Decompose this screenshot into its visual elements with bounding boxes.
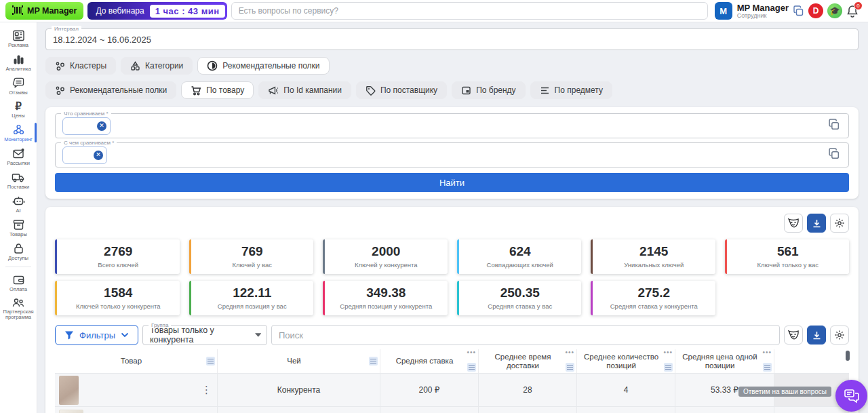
column-menu-icon[interactable]: [763, 363, 772, 372]
sidebar-item-postavki[interactable]: Поставки: [0, 168, 37, 192]
clear-icon[interactable]: ✕: [94, 151, 103, 160]
download-button[interactable]: [807, 326, 826, 345]
help-search-input[interactable]: [231, 2, 708, 20]
copy-icon[interactable]: [828, 119, 840, 134]
settings-button[interactable]: [830, 326, 849, 345]
compare-what-label: Что сравниваем *: [61, 111, 111, 117]
product-cell[interactable]: ⋮: [55, 373, 218, 406]
table-body: ⋮ Конкурента 200 ₽ 28 4 53.33 ₽ ⋮ Конкур: [55, 373, 849, 413]
app-logo[interactable]: MP Manager: [5, 2, 83, 20]
sidebar: Реклама Аналитика Отзывы ₽ Цены Монитори…: [0, 22, 37, 413]
sidebar-item-monitoring[interactable]: Мониторинг: [0, 121, 37, 144]
webinar-banner[interactable]: До вебинара 1 час : 43 мин: [87, 2, 226, 20]
table-search-input[interactable]: [271, 325, 780, 345]
group-value: Товары только у конкурента: [150, 326, 255, 345]
copy-icon[interactable]: [793, 5, 804, 17]
sidebar-item-reklama[interactable]: Реклама: [0, 26, 37, 50]
product-image[interactable]: [59, 376, 79, 405]
sidebar-item-otzyvy[interactable]: Отзывы: [0, 74, 37, 98]
column-more-icon[interactable]: •••: [762, 351, 772, 355]
avg-delivery-cell: 25: [479, 406, 577, 413]
review-chat-icon: [12, 77, 25, 90]
stat-total-keys: 2769 Всего ключей: [55, 239, 180, 274]
notifications-button[interactable]: 0: [846, 5, 859, 18]
group-select[interactable]: Группа Товары только у конкурента: [142, 325, 267, 345]
settings-button[interactable]: [830, 214, 849, 233]
product-cell[interactable]: ⋮: [55, 406, 218, 413]
bar-chart-icon: [12, 53, 25, 66]
col-header-chey[interactable]: Чей: [218, 349, 380, 373]
column-more-icon[interactable]: •••: [467, 351, 476, 355]
stats-row-1: 2769 Всего ключей 769 Ключей у вас 2000 …: [55, 239, 849, 274]
kebab-menu-icon[interactable]: ⋮: [201, 386, 212, 394]
compare-what-field[interactable]: Что сравниваем * ✕: [55, 113, 849, 138]
stat-avg-position-you: 122.11 Средняя позиция у вас: [189, 281, 314, 315]
shelves-icon: [207, 60, 218, 71]
top-bar: MP Manager До вебинара 1 час : 43 мин M …: [0, 0, 868, 22]
owner-cell: Конкурента: [218, 373, 380, 406]
sidebar-item-tovary[interactable]: Товары: [0, 216, 37, 239]
sidebar-item-dostupy[interactable]: Доступы: [0, 239, 37, 263]
sidebar-item-tseny[interactable]: ₽ Цены: [0, 98, 37, 121]
avatar[interactable]: M: [715, 2, 732, 20]
table-row[interactable]: ⋮ Конкурента 200 ₽ 28 4 53.33 ₽: [55, 373, 849, 406]
column-menu-icon[interactable]: [566, 363, 574, 372]
tab-klastery[interactable]: Кластеры: [45, 57, 116, 75]
sidebar-item-analitika[interactable]: Аналитика: [0, 50, 37, 74]
col-header-avg-delivery[interactable]: Среднее время доставки •••: [479, 349, 577, 373]
column-menu-icon[interactable]: [467, 363, 476, 372]
column-more-icon[interactable]: •••: [663, 351, 673, 355]
robot-icon: [12, 195, 25, 208]
chat-button[interactable]: [835, 380, 867, 412]
column-menu-icon[interactable]: [664, 363, 673, 372]
col-header-avg-price[interactable]: Средняя цена одной позиции •••: [675, 349, 774, 373]
account-block[interactable]: M MP Manager Сотрудник: [715, 2, 789, 20]
tab2-po-postavshchiku[interactable]: По поставщику: [356, 81, 447, 99]
interval-value[interactable]: 18.12.2024 ~ 16.06.2025: [46, 29, 858, 50]
education-icon[interactable]: 🎓: [827, 3, 842, 18]
anonymize-button[interactable]: [784, 214, 803, 233]
filters-button[interactable]: Фильтры: [55, 325, 138, 345]
table-scrollbar[interactable]: [846, 351, 850, 361]
col-header-avg-positions[interactable]: Среднее количество позиций •••: [577, 349, 675, 373]
column-menu-icon[interactable]: [206, 357, 215, 366]
tab2-rekomendatelnye-polki[interactable]: Рекомендательные полки: [45, 81, 176, 99]
sidebar-item-ai[interactable]: AI: [0, 192, 37, 216]
stat-avg-bid-competitor: 275.2 Средняя ставка у конкурента: [591, 281, 715, 315]
tab2-po-tovaru[interactable]: По товару: [181, 81, 254, 99]
tab-kategorii[interactable]: Категории: [121, 57, 193, 75]
gear-icon: [834, 330, 845, 340]
interval-field[interactable]: Интервал 18.12.2024 ~ 16.06.2025: [45, 28, 859, 50]
dzen-icon[interactable]: D: [808, 3, 823, 18]
copy-icon[interactable]: [828, 148, 840, 163]
tab2-po-predmetu[interactable]: По предмету: [530, 81, 612, 99]
col-header-avg-bid[interactable]: Средняя ставка •••: [380, 349, 479, 373]
barcode-icon: [12, 5, 23, 17]
anonymize-button[interactable]: [784, 326, 803, 345]
sidebar-item-rassylki[interactable]: Рассылки: [0, 144, 37, 168]
table-row[interactable]: ⋮ Конкурента 270.24 ₽ 25 279 0.97 ₽: [55, 406, 849, 413]
column-menu-icon[interactable]: [369, 357, 378, 366]
sidebar-item-partner[interactable]: Партнерская программа: [0, 294, 37, 322]
find-button[interactable]: Найти: [55, 173, 849, 192]
product-image[interactable]: [59, 410, 83, 413]
results-actions: [55, 214, 849, 233]
compare-with-chip[interactable]: ✕: [62, 146, 107, 164]
compare-with-field[interactable]: С чем сравниваем * ✕: [55, 142, 849, 168]
sidebar-item-oplata[interactable]: Оплата: [0, 271, 37, 294]
tab2-po-id-kampanii[interactable]: По Id кампании: [258, 81, 351, 99]
results-card: 2769 Всего ключей 769 Ключей у вас 2000 …: [45, 207, 859, 413]
download-button[interactable]: [807, 214, 826, 233]
account-role: Сотрудник: [737, 12, 789, 19]
stat-competitor-keys: 2000 Ключей у конкурента: [323, 239, 448, 274]
avg-bid-cell: 270.24 ₽: [380, 406, 479, 413]
col-header-tovar[interactable]: Товар: [55, 349, 218, 373]
tab-rekomendatelnye-polki[interactable]: Рекомендательные полки: [197, 57, 329, 75]
funnel-icon: [64, 330, 74, 340]
clear-icon[interactable]: ✕: [97, 121, 106, 131]
column-more-icon[interactable]: •••: [565, 351, 574, 355]
interval-label: Интервал: [52, 26, 81, 32]
tab2-po-brendu[interactable]: По бренду: [452, 81, 525, 99]
compare-what-chip[interactable]: ✕: [62, 117, 111, 135]
account-name: MP Manager: [737, 3, 789, 12]
